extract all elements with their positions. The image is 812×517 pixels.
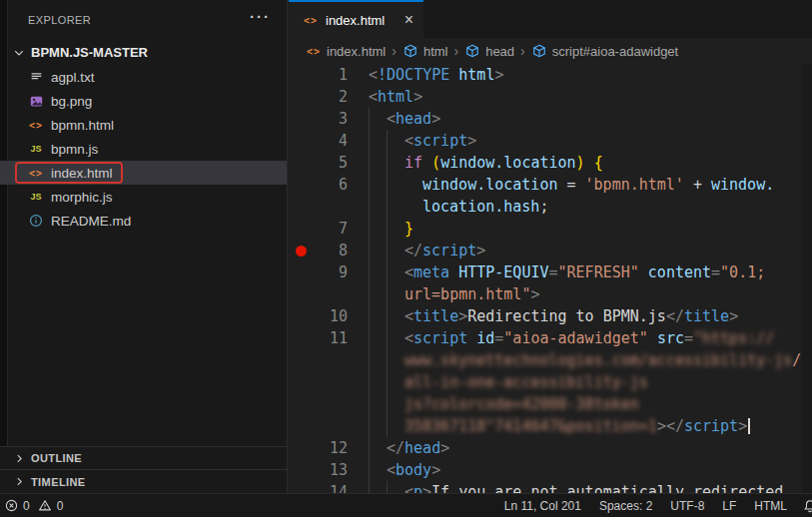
status-language-mode[interactable]: HTML: [754, 499, 787, 513]
code-line[interactable]: js?colorcode=42000-38token: [289, 393, 812, 415]
code-token: "aioa-adawidget": [503, 329, 648, 347]
explorer-panel: EXPLORER ··· BPMN.JS-MASTER agpl.txtbg.p…: [0, 0, 288, 493]
code-token: content: [648, 263, 711, 281]
breadcrumb-separator-icon: ›: [520, 43, 525, 59]
js-file-icon: JS: [28, 189, 44, 205]
status-indentation[interactable]: Spaces: 2: [599, 499, 652, 513]
code-text: <head>: [369, 108, 440, 130]
file-name: bpmn.html: [51, 118, 114, 133]
code-token: window.location: [422, 176, 557, 194]
chevron-right-icon: [12, 453, 26, 464]
code-token: >: [494, 66, 503, 84]
code-line[interactable]: 12</head>: [289, 437, 812, 459]
code-rows: 1<!DOCTYPE html>2<html>3<head>4<script>5…: [289, 64, 812, 493]
code-token: html: [449, 66, 494, 84]
breadcrumb-item-index-html[interactable]: <>index.html: [306, 43, 386, 59]
code-token: script: [413, 132, 467, 150]
problems-indicator[interactable]: 0 0: [5, 494, 63, 517]
code-line[interactable]: 1<!DOCTYPE html>: [289, 64, 812, 86]
code-token: <: [405, 307, 413, 325]
blurred-text: www.skynettechnologies.com/accessibility…: [405, 351, 792, 369]
file-name: README.md: [51, 214, 131, 229]
code-line[interactable]: 3<head>: [289, 108, 812, 130]
code-token: <: [405, 329, 413, 347]
status-right-items: Ln 11, Col 201Spaces: 2UTF-8LFHTML: [504, 494, 787, 517]
notifications-bell-icon[interactable]: [803, 499, 812, 513]
code-line[interactable]: all-in-one-accessibility-js: [289, 371, 812, 393]
breadcrumb-item-head[interactable]: head: [464, 43, 514, 59]
file-row-agpl.txt[interactable]: agpl.txt: [0, 65, 287, 89]
code-token: >: [440, 439, 449, 457]
code-token: </: [387, 439, 405, 457]
code-token: url=bpmn.html": [405, 285, 530, 303]
code-token: >: [422, 483, 431, 493]
file-row-index.html[interactable]: <>index.html: [0, 161, 287, 185]
code-token: location.hash: [422, 198, 539, 216]
code-line[interactable]: 4<script>: [289, 130, 812, 152]
status-eol[interactable]: LF: [722, 499, 736, 513]
code-token: If you are not automatically redirected: [431, 483, 783, 493]
breadcrumb-item-script-aioa-adawidget[interactable]: script#aioa-adawidget: [531, 43, 678, 59]
code-text: <body>: [369, 459, 440, 481]
file-list: agpl.txtbg.png<>bpmn.htmlJSbpmn.js<>inde…: [0, 65, 287, 233]
line-number: 4: [289, 130, 348, 152]
code-line[interactable]: 11<script id="aioa-adawidget" src="https…: [289, 327, 812, 349]
code-editor[interactable]: 1<!DOCTYPE html>2<html>3<head>4<script>5…: [289, 64, 812, 493]
code-token: =: [684, 329, 693, 347]
code-token: {: [594, 154, 603, 172]
chevron-right-icon: [12, 476, 26, 487]
code-line[interactable]: location.hash;: [289, 196, 812, 218]
code-token: <: [405, 132, 413, 150]
tab-index-html[interactable]: <> index.html ×: [289, 0, 423, 38]
symbol-cube-icon: [531, 43, 547, 59]
code-line[interactable]: 7}: [289, 218, 812, 240]
code-text: js?colorcode=42000-38token: [369, 393, 639, 415]
code-line[interactable]: 5if (window.location) {: [289, 152, 812, 174]
code-token: =: [494, 329, 503, 347]
code-token: >: [476, 242, 485, 259]
code-token: <: [369, 66, 378, 84]
folder-name: BPMN.JS-MASTER: [31, 45, 148, 60]
code-line[interactable]: 358367118"7414647&position=1></script>: [289, 415, 812, 437]
file-row-bg.png[interactable]: bg.png: [0, 89, 287, 113]
code-token: title: [413, 307, 458, 325]
editor-group: <> index.html × <>index.html›html›head›s…: [289, 0, 812, 493]
status-encoding[interactable]: UTF-8: [670, 499, 704, 513]
code-token: window.: [711, 176, 774, 194]
close-icon[interactable]: ×: [405, 12, 413, 28]
file-row-bpmn.js[interactable]: JSbpmn.js: [0, 137, 287, 161]
code-line[interactable]: 8</script>: [289, 240, 812, 261]
code-token: meta: [413, 263, 449, 281]
file-row-bpmn.html[interactable]: <>bpmn.html: [0, 113, 287, 137]
code-text: <p>If you are not automatically redirect…: [369, 481, 783, 493]
more-actions-button[interactable]: ···: [250, 8, 271, 25]
status-cursor-position[interactable]: Ln 11, Col 201: [504, 499, 581, 513]
text-file-icon: [28, 69, 44, 85]
code-line[interactable]: 13<body>: [289, 459, 812, 481]
breadcrumb-label: index.html: [327, 44, 386, 59]
code-line[interactable]: 6window.location = 'bpmn.html' + window.: [289, 174, 812, 196]
code-line[interactable]: 2<html>: [289, 86, 812, 108]
chevron-down-icon: [12, 47, 26, 59]
code-token: +: [684, 176, 711, 194]
code-token: ;: [539, 198, 548, 216]
image-file-icon: [28, 93, 44, 109]
readme-info-icon: [28, 213, 44, 229]
code-line[interactable]: 10<title>Redirecting to BPMN.js</title>: [289, 305, 812, 327]
timeline-section[interactable]: TIMELINE: [0, 469, 287, 493]
code-line[interactable]: 9<meta HTTP-EQUIV="REFRESH" content="0.1…: [289, 261, 812, 283]
code-line[interactable]: www.skynettechnologies.com/accessibility…: [289, 349, 812, 371]
code-text: <meta HTTP-EQUIV="REFRESH" content="0.1;: [369, 261, 765, 283]
scrollbar[interactable]: [802, 64, 812, 493]
breadcrumb-item-html[interactable]: html: [403, 43, 448, 59]
code-line[interactable]: url=bpmn.html">: [289, 283, 812, 305]
code-token: =: [557, 176, 584, 194]
code-token: [648, 329, 657, 347]
file-row-README.md[interactable]: README.md: [0, 209, 287, 233]
file-row-morphic.js[interactable]: JSmorphic.js: [0, 185, 287, 209]
code-text: <html>: [369, 86, 422, 108]
code-line[interactable]: 14<p>If you are not automatically redire…: [289, 481, 812, 493]
code-token: <: [405, 483, 413, 493]
outline-section[interactable]: OUTLINE: [0, 446, 287, 469]
folder-root-row[interactable]: BPMN.JS-MASTER: [8, 40, 287, 65]
